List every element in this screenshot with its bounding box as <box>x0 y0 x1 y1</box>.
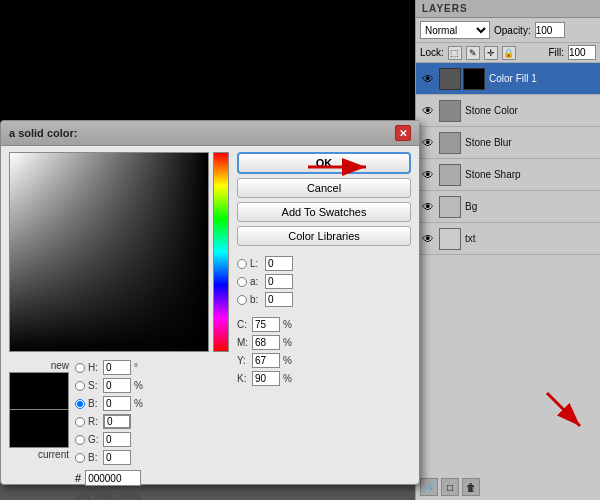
a-label: a: <box>250 276 262 287</box>
b-field-row: b: <box>237 292 411 307</box>
color-preview-current <box>9 410 69 448</box>
a-field-row: a: <box>237 274 411 289</box>
layer-item-bg[interactable]: 👁 Bg <box>416 191 600 223</box>
gradient-hue-section <box>9 152 229 352</box>
S-radio[interactable] <box>75 381 85 391</box>
color-gradient[interactable] <box>9 152 209 352</box>
H-unit: ° <box>134 362 138 373</box>
color-picker-left: new current H: ° S: <box>9 152 229 500</box>
layer-item-stonecolor[interactable]: 👁 Stone Color <box>416 95 600 127</box>
arrow-to-layers <box>542 388 592 440</box>
K-label: K: <box>237 373 249 384</box>
Y-input[interactable] <box>252 353 280 368</box>
lock-label: Lock: <box>420 47 444 58</box>
eye-icon-stoneblur: 👁 <box>422 136 434 150</box>
G-radio[interactable] <box>75 435 85 445</box>
layers-lock-row: Lock: ⬚ ✎ ✛ 🔒 Fill: <box>416 43 600 63</box>
move-icon[interactable]: ✛ <box>484 46 498 60</box>
R-field-row: R: <box>75 414 143 429</box>
layers-bottom-icons: 🔗 □ 🗑 <box>420 478 480 496</box>
layer-item-stoneblur[interactable]: 👁 Stone Blur <box>416 127 600 159</box>
M-field-row: M: % <box>237 335 411 350</box>
fill-input[interactable] <box>568 45 596 60</box>
blend-mode-select[interactable]: Normal <box>420 21 490 39</box>
layer-visibility-bg[interactable]: 👁 <box>420 199 436 215</box>
M-input[interactable] <box>252 335 280 350</box>
add-to-swatches-button[interactable]: Add To Swatches <box>237 202 411 222</box>
Y-field-row: Y: % <box>237 353 411 368</box>
layer-name-bg: Bg <box>465 201 596 212</box>
layer-name-txt: txt <box>465 233 596 244</box>
layer-thumb-stoneblur <box>439 132 461 154</box>
trash-icon[interactable]: 🗑 <box>462 478 480 496</box>
G-input[interactable] <box>103 432 131 447</box>
hue-slider[interactable] <box>213 152 229 352</box>
layer-visibility-colorfill1[interactable]: 👁 <box>420 71 436 87</box>
Bblue-label: B: <box>88 452 100 463</box>
B-input[interactable] <box>103 396 131 411</box>
action-buttons: OK Cancel Add To Swatches Color Librarie… <box>237 152 411 246</box>
layer-visibility-stonesharp[interactable]: 👁 <box>420 167 436 183</box>
layer-visibility-txt[interactable]: 👁 <box>420 231 436 247</box>
dialog-right: OK Cancel Add To Swatches Color Librarie… <box>237 152 411 500</box>
layer-thumb-stonesharp <box>439 164 461 186</box>
link-icon[interactable]: 🔗 <box>420 478 438 496</box>
color-picker-dialog: a solid color: ✕ new current <box>0 120 420 485</box>
B-radio[interactable] <box>75 399 85 409</box>
a-input[interactable] <box>265 274 293 289</box>
S-label: S: <box>88 380 100 391</box>
Bblue-radio[interactable] <box>75 453 85 463</box>
H-radio[interactable] <box>75 363 85 373</box>
b-input[interactable] <box>265 292 293 307</box>
Bblue-input[interactable] <box>103 450 131 465</box>
C-input[interactable] <box>252 317 280 332</box>
eye-icon-stonesharp: 👁 <box>422 168 434 182</box>
layers-panel: LAYERS Normal Opacity: Lock: ⬚ ✎ ✛ 🔒 Fil… <box>415 0 600 500</box>
L-label: L: <box>250 258 262 269</box>
L-radio[interactable] <box>237 259 247 269</box>
G-field-row: G: <box>75 432 143 447</box>
Y-unit: % <box>283 355 292 366</box>
K-field-row: K: % <box>237 371 411 386</box>
close-button[interactable]: ✕ <box>395 125 411 141</box>
L-input[interactable] <box>265 256 293 271</box>
b-label: b: <box>250 294 262 305</box>
layer-item-colorfill1[interactable]: 👁 Color Fill 1 <box>416 63 600 95</box>
S-field-row: S: % <box>75 378 143 393</box>
layer-item-txt[interactable]: 👁 txt <box>416 223 600 255</box>
K-input[interactable] <box>252 371 280 386</box>
H-label: H: <box>88 362 100 373</box>
layer-item-stonesharp[interactable]: 👁 Stone Sharp <box>416 159 600 191</box>
layer-name-stonesharp: Stone Sharp <box>465 169 596 180</box>
a-radio[interactable] <box>237 277 247 287</box>
lab-fields: L: a: b: <box>237 256 411 307</box>
B-field-row: B: % <box>75 396 143 411</box>
hex-input[interactable] <box>85 470 141 486</box>
S-unit: % <box>134 380 143 391</box>
S-input[interactable] <box>103 378 131 393</box>
C-label: C: <box>237 319 249 330</box>
b-radio[interactable] <box>237 295 247 305</box>
layer-thumb-bg <box>439 196 461 218</box>
M-unit: % <box>283 337 292 348</box>
color-libraries-button[interactable]: Color Libraries <box>237 226 411 246</box>
paint-icon[interactable]: ✎ <box>466 46 480 60</box>
B-label: B: <box>88 398 100 409</box>
R-input[interactable] <box>103 414 131 429</box>
ok-button[interactable]: OK <box>237 152 411 174</box>
layer-visibility-stoneblur[interactable]: 👁 <box>420 135 436 151</box>
B-unit: % <box>134 398 143 409</box>
layer-name-stonecolor: Stone Color <box>465 105 596 116</box>
lock-icon[interactable]: ⬚ <box>448 46 462 60</box>
lock-all-icon[interactable]: 🔒 <box>502 46 516 60</box>
C-unit: % <box>283 319 292 330</box>
layer-thumb-stonecolor <box>439 100 461 122</box>
new-layer-icon[interactable]: □ <box>441 478 459 496</box>
opacity-input[interactable] <box>535 22 565 38</box>
L-field-row: L: <box>237 256 411 271</box>
cancel-button[interactable]: Cancel <box>237 178 411 198</box>
dialog-title: a solid color: <box>9 127 77 139</box>
layer-visibility-stonecolor[interactable]: 👁 <box>420 103 436 119</box>
R-radio[interactable] <box>75 417 85 427</box>
H-input[interactable] <box>103 360 131 375</box>
